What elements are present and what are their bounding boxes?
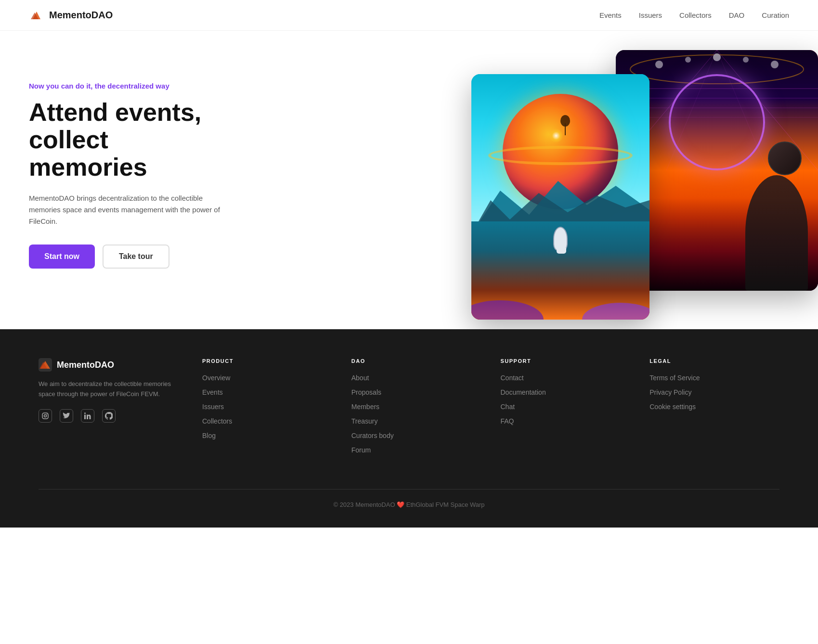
hero-tagline: Now you can do it, the decentralized way bbox=[29, 82, 231, 90]
footer-link-chat[interactable]: Chat bbox=[501, 403, 515, 411]
svg-point-22 bbox=[582, 303, 649, 320]
svg-point-28 bbox=[47, 413, 48, 414]
footer-link-curators-body[interactable]: Curators body bbox=[351, 432, 394, 439]
footer-col-dao: DAO About Proposals Members Treasury Cur… bbox=[351, 358, 481, 460]
product-links: Overview Events Issuers Collectors Blog bbox=[202, 374, 332, 440]
footer-columns: PRODUCT Overview Events Issuers Collecto… bbox=[202, 358, 779, 460]
navbar: MementoDAO Events Issuers Collectors DAO… bbox=[0, 0, 818, 31]
svg-point-18 bbox=[560, 115, 570, 127]
svg-point-30 bbox=[84, 412, 86, 414]
footer-link-cookies[interactable]: Cookie settings bbox=[649, 403, 696, 411]
nav-link-dao[interactable]: DAO bbox=[729, 11, 745, 19]
nav-link-collectors[interactable]: Collectors bbox=[679, 11, 712, 19]
footer-tagline: We aim to decentralize the collectible m… bbox=[39, 379, 173, 399]
nav-link-issuers[interactable]: Issuers bbox=[639, 11, 662, 19]
twitter-icon[interactable] bbox=[60, 409, 73, 423]
hero-title-line1: Attend events, bbox=[29, 98, 201, 126]
hero-buttons: Start now Take tour bbox=[29, 245, 231, 269]
footer-link-proposals[interactable]: Proposals bbox=[351, 388, 381, 396]
footer-link-tos[interactable]: Terms of Service bbox=[649, 374, 700, 382]
svg-point-27 bbox=[44, 414, 47, 417]
hero-title-line2: collect memories bbox=[29, 126, 147, 181]
footer-brand-name: MementoDAO bbox=[57, 360, 114, 370]
support-col-title: SUPPORT bbox=[501, 358, 631, 364]
footer-link-about[interactable]: About bbox=[351, 374, 369, 382]
planet-scene bbox=[471, 74, 649, 320]
nav-brand-name: MementoDAO bbox=[49, 10, 113, 21]
footer: MementoDAO We aim to decentralize the co… bbox=[0, 329, 818, 528]
dome-shape bbox=[669, 74, 765, 170]
dao-links: About Proposals Members Treasury Curator… bbox=[351, 374, 481, 454]
footer-link-members[interactable]: Members bbox=[351, 403, 379, 411]
instagram-icon[interactable] bbox=[39, 409, 52, 423]
footer-link-collectors[interactable]: Collectors bbox=[202, 417, 232, 425]
footer-brand: MementoDAO We aim to decentralize the co… bbox=[39, 358, 173, 460]
hero-text: Now you can do it, the decentralized way… bbox=[29, 82, 231, 269]
footer-link-blog[interactable]: Blog bbox=[202, 432, 216, 439]
start-now-button[interactable]: Start now bbox=[29, 245, 95, 269]
svg-point-21 bbox=[471, 300, 544, 320]
product-col-title: PRODUCT bbox=[202, 358, 332, 364]
logo-icon bbox=[29, 8, 44, 23]
footer-link-issuers[interactable]: Issuers bbox=[202, 403, 224, 411]
footer-link-faq[interactable]: FAQ bbox=[501, 417, 514, 425]
hero-section: Now you can do it, the decentralized way… bbox=[0, 31, 818, 329]
footer-link-treasury[interactable]: Treasury bbox=[351, 417, 378, 425]
linkedin-icon[interactable] bbox=[81, 409, 94, 423]
astronaut bbox=[553, 227, 568, 251]
svg-point-15 bbox=[743, 57, 749, 63]
svg-point-16 bbox=[771, 61, 779, 68]
footer-link-documentation[interactable]: Documentation bbox=[501, 388, 546, 396]
footer-top: MementoDAO We aim to decentralize the co… bbox=[39, 358, 779, 460]
planet-ring bbox=[488, 146, 633, 165]
legal-links: Terms of Service Privacy Policy Cookie s… bbox=[649, 374, 779, 411]
svg-point-13 bbox=[685, 57, 691, 63]
footer-link-privacy[interactable]: Privacy Policy bbox=[649, 388, 691, 396]
dao-col-title: DAO bbox=[351, 358, 481, 364]
footer-col-legal: LEGAL Terms of Service Privacy Policy Co… bbox=[649, 358, 779, 460]
footer-link-contact[interactable]: Contact bbox=[501, 374, 524, 382]
hero-title: Attend events, collect memories bbox=[29, 99, 231, 181]
footer-col-product: PRODUCT Overview Events Issuers Collecto… bbox=[202, 358, 332, 460]
footer-socials bbox=[39, 409, 173, 423]
svg-point-12 bbox=[655, 61, 663, 68]
svg-point-14 bbox=[713, 53, 721, 61]
legal-col-title: LEGAL bbox=[649, 358, 779, 364]
nav-links: Events Issuers Collectors DAO Curation bbox=[599, 11, 789, 20]
github-icon[interactable] bbox=[102, 409, 116, 423]
footer-link-events[interactable]: Events bbox=[202, 388, 223, 396]
footer-copyright: © 2023 MementoDAO ❤️ EthGlobal FVM Space… bbox=[39, 501, 779, 508]
nav-link-curation[interactable]: Curation bbox=[762, 11, 789, 19]
footer-link-forum[interactable]: Forum bbox=[351, 446, 371, 454]
take-tour-button[interactable]: Take tour bbox=[103, 245, 169, 269]
svg-rect-26 bbox=[42, 413, 48, 419]
nav-link-events[interactable]: Events bbox=[599, 11, 622, 19]
svg-rect-29 bbox=[84, 414, 86, 419]
footer-link-overview[interactable]: Overview bbox=[202, 374, 230, 382]
footer-col-support: SUPPORT Contact Documentation Chat FAQ bbox=[501, 358, 631, 460]
hero-description: MementoDAO brings decentralization to th… bbox=[29, 193, 231, 227]
support-links: Contact Documentation Chat FAQ bbox=[501, 374, 631, 425]
hero-image-front bbox=[471, 74, 649, 320]
footer-divider bbox=[39, 489, 779, 489]
hero-images bbox=[471, 50, 818, 320]
footer-logo: MementoDAO bbox=[39, 358, 173, 372]
copyright-text: © 2023 MementoDAO ❤️ EthGlobal FVM Space… bbox=[333, 501, 484, 508]
footer-logo-icon bbox=[39, 358, 52, 372]
nav-logo[interactable]: MementoDAO bbox=[29, 8, 113, 23]
